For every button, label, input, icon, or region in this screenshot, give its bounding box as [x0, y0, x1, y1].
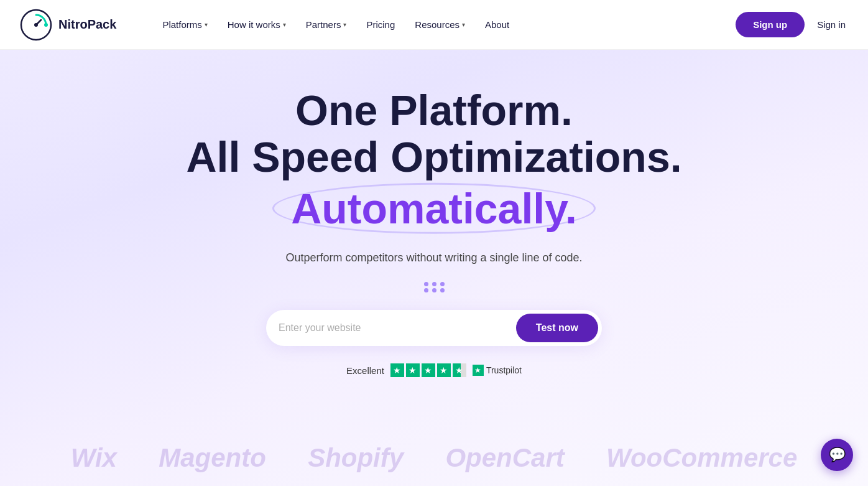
trustpilot-logo: ★ Trustpilot [473, 365, 522, 376]
page-wrap: One Platform. All Speed Optimizations. A… [0, 50, 868, 485]
signin-button[interactable]: Sign in [815, 14, 848, 35]
trustpilot-row: Excellent ★ ★ ★ ★ ★ ★ Trustpilot [346, 363, 522, 377]
hero-line3: Automatically. [291, 185, 577, 232]
star-4: ★ [437, 363, 451, 377]
chevron-down-icon: ▾ [343, 21, 346, 28]
svg-point-1 [44, 23, 48, 27]
website-input[interactable] [279, 317, 516, 339]
nav-how-it-works-label: How it works [228, 19, 280, 30]
test-now-button[interactable]: Test now [516, 314, 598, 342]
chevron-down-icon: ▾ [283, 21, 286, 28]
brand-shopify: Shopify [308, 443, 404, 473]
hero-auto-wrap: Automatically. [291, 185, 577, 232]
brand-opencart: OpenCart [445, 443, 564, 473]
signup-button[interactable]: Sign up [736, 12, 805, 37]
nav-platforms[interactable]: Platforms ▾ [154, 14, 216, 35]
nav-resources[interactable]: Resources ▾ [406, 14, 474, 35]
brand-watermarks: Wix Magento Shopify OpenCart WooCommerce [0, 431, 868, 485]
nav-about[interactable]: About [476, 14, 518, 35]
hero-line1: One Platform. [295, 87, 573, 134]
logo-icon [20, 9, 52, 41]
nav-partners-label: Partners [306, 19, 341, 30]
star-5-half: ★ [453, 363, 466, 377]
dot [424, 288, 428, 292]
hero-subtitle: Outperform competitors without writing a… [285, 251, 582, 264]
star-3: ★ [422, 363, 435, 377]
star-1: ★ [390, 363, 404, 377]
dot [432, 282, 436, 286]
brand-woocommerce: WooCommerce [606, 443, 797, 473]
dot [440, 282, 445, 286]
nav-links: Platforms ▾ How it works ▾ Partners ▾ Pr… [154, 14, 736, 35]
chat-icon: 💬 [829, 447, 846, 463]
chat-button[interactable]: 💬 [821, 439, 853, 471]
brand-wix: Wix [71, 443, 117, 473]
nav-platforms-label: Platforms [162, 19, 201, 30]
chevron-down-icon: ▾ [462, 21, 465, 28]
svg-point-3 [34, 23, 38, 27]
logo-link[interactable]: NitroPack [20, 9, 116, 41]
trustpilot-stars: ★ ★ ★ ★ ★ [390, 363, 466, 377]
nav-how-it-works[interactable]: How it works ▾ [219, 14, 295, 35]
nav-partners[interactable]: Partners ▾ [297, 14, 356, 35]
navbar: NitroPack Platforms ▾ How it works ▾ Par… [0, 0, 868, 50]
star-2: ★ [406, 363, 420, 377]
hero-section: One Platform. All Speed Optimizations. A… [0, 50, 868, 402]
nav-about-label: About [485, 19, 509, 30]
logo-wordmark: NitroPack [58, 17, 116, 32]
brand-magento: Magento [159, 443, 266, 473]
dot [432, 288, 436, 292]
hero-line2: All Speed Optimizations. [186, 134, 681, 180]
nav-pricing-label: Pricing [366, 19, 395, 30]
dot [440, 288, 445, 292]
nav-pricing[interactable]: Pricing [358, 14, 404, 35]
trustpilot-logo-label: Trustpilot [486, 365, 522, 375]
scroll-indicator [424, 282, 445, 292]
cta-form: Test now [266, 310, 602, 346]
dot-row-1 [424, 282, 445, 286]
trustpilot-star-icon: ★ [473, 365, 484, 376]
nav-actions: Sign up Sign in [736, 12, 848, 37]
dot-row-2 [424, 288, 445, 292]
dot [424, 282, 428, 286]
trustpilot-rating-label: Excellent [346, 365, 384, 376]
nav-resources-label: Resources [415, 19, 459, 30]
chevron-down-icon: ▾ [205, 21, 208, 28]
